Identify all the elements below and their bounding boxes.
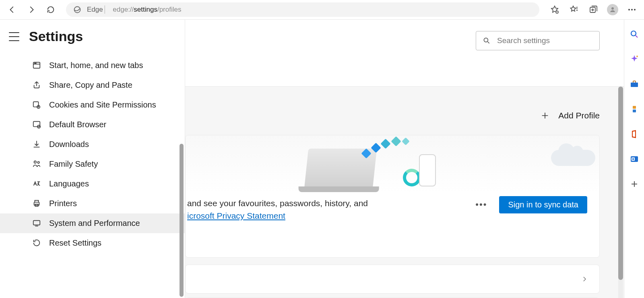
svg-rect-10 (33, 102, 39, 107)
sidebar-item-default-browser[interactable]: Default Browser (0, 115, 185, 135)
sidebar-item-label: Default Browser (49, 119, 106, 130)
window-icon (32, 61, 41, 70)
office-icon (630, 129, 639, 139)
sidebar-scrollbar-thumb[interactable] (180, 144, 184, 297)
sidebar-item-label: Share, Copy and Paste (49, 80, 132, 91)
refresh-button[interactable] (42, 2, 60, 18)
sidebar-add-button[interactable] (630, 179, 639, 189)
page-title: Settings (29, 29, 83, 44)
profile-sync-card: and see your favourites, passwords, hist… (185, 135, 600, 258)
sidebar-item-start-home-new-tabs[interactable]: Start, home, and new tabs (0, 56, 185, 75)
back-button[interactable] (3, 2, 21, 18)
address-separator: │ (103, 6, 107, 14)
svg-rect-12 (33, 122, 40, 127)
url-suffix: /profiles (157, 6, 182, 14)
sidebar-item-label: System and Performance (49, 218, 140, 229)
sign-in-sync-button[interactable]: Sign in to sync data (499, 196, 587, 213)
svg-point-3 (611, 7, 614, 10)
sidebar-item-system-performance[interactable]: System and Performance (0, 213, 185, 233)
svg-rect-24 (633, 110, 636, 112)
favorites-button[interactable] (565, 2, 583, 18)
sidebar-outlook-button[interactable] (630, 154, 639, 164)
system-icon (32, 219, 41, 228)
main-scrollbar-thumb[interactable] (618, 87, 623, 280)
avatar-icon (607, 4, 618, 15)
plus-icon (541, 111, 549, 120)
sidebar-item-label: Cookies and Site Permissions (49, 99, 156, 110)
settings-nav-list: Start, home, and new tabs Share, Copy an… (0, 56, 185, 253)
briefcase-icon (630, 79, 639, 89)
arrow-right-icon (27, 5, 36, 14)
svg-point-27 (632, 158, 634, 160)
plus-icon (630, 179, 639, 189)
sidebar-games-button[interactable] (630, 104, 639, 114)
arrow-left-icon (8, 5, 17, 14)
search-settings-input[interactable]: Search settings (476, 31, 600, 50)
more-menu-button[interactable] (623, 2, 641, 18)
collections-button[interactable] (584, 2, 602, 18)
profile-card-more-button[interactable]: ••• (475, 199, 487, 210)
more-horizontal-icon (627, 5, 637, 14)
profile-avatar-button[interactable] (604, 2, 621, 18)
printer-icon (32, 199, 41, 208)
url-bold: settings (134, 6, 157, 14)
sidebar-item-reset-settings[interactable]: Reset Settings (0, 233, 185, 253)
svg-point-6 (634, 9, 636, 10)
svg-point-4 (628, 9, 630, 10)
sidebar-item-label: Reset Settings (49, 238, 101, 248)
sidebar-search-button[interactable] (630, 29, 639, 39)
search-icon (483, 37, 491, 45)
search-placeholder: Search settings (497, 36, 550, 45)
games-icon (630, 104, 639, 114)
sidebar-item-share-copy-paste[interactable]: Share, Copy and Paste (0, 75, 185, 95)
sidebar-item-printers[interactable]: Printers (0, 194, 185, 213)
sidebar-item-family-safety[interactable]: Family Safety (0, 154, 185, 174)
add-profile-button[interactable]: Add Profile (541, 111, 600, 120)
sidebar-item-downloads[interactable]: Downloads (0, 135, 185, 154)
outlook-icon (630, 154, 639, 164)
content-area: Add Profile and see your favourites, pas… (185, 86, 624, 298)
sidebar-shopping-button[interactable] (630, 79, 639, 89)
add-profile-label: Add Profile (558, 111, 600, 120)
sparkle-icon (630, 54, 639, 64)
sidebar-item-label: Family Safety (49, 159, 98, 170)
add-favorite-button[interactable] (546, 2, 564, 18)
svg-point-9 (35, 63, 36, 63)
svg-point-19 (484, 38, 488, 42)
sidebar-item-label: Start, home, and new tabs (49, 60, 143, 71)
sidebar-discover-button[interactable] (630, 54, 639, 64)
profile-card-text: and see your favourites, passwords, hist… (187, 197, 463, 222)
browser-side-panel (624, 20, 644, 298)
svg-point-15 (37, 161, 39, 163)
sidebar-item-languages[interactable]: Languages (0, 174, 185, 194)
svg-point-14 (34, 161, 37, 163)
brand-label: Edge (87, 6, 103, 14)
share-icon (32, 81, 41, 89)
family-icon (32, 159, 41, 168)
svg-point-5 (631, 9, 633, 10)
sidebar-office-button[interactable] (630, 129, 639, 139)
url-prefix: edge:// (113, 6, 134, 14)
svg-point-20 (631, 31, 636, 36)
sidebar-item-cookies-permissions[interactable]: Cookies and Site Permissions (0, 95, 185, 115)
browser-toolbar: Edge │ edge://settings/profiles (0, 0, 644, 20)
language-icon (32, 179, 41, 188)
svg-rect-18 (33, 221, 40, 225)
svg-rect-22 (631, 83, 638, 87)
download-icon (32, 140, 41, 149)
sidebar-item-label: Printers (49, 198, 77, 209)
sidebar-menu-button[interactable] (9, 32, 19, 41)
address-bar[interactable]: Edge │ edge://settings/profiles (66, 2, 539, 17)
chevron-right-icon (581, 275, 588, 283)
svg-rect-16 (34, 202, 39, 205)
svg-point-21 (636, 56, 638, 57)
privacy-statement-link[interactable]: icrosoft Privacy Statement (187, 211, 285, 220)
cookies-icon (32, 100, 41, 109)
search-icon (630, 29, 639, 39)
refresh-icon (46, 5, 55, 14)
svg-rect-23 (633, 106, 636, 109)
collections-icon (588, 5, 598, 14)
edge-logo-icon (73, 6, 81, 14)
forward-button[interactable] (23, 2, 40, 18)
settings-row-1[interactable] (185, 265, 600, 294)
